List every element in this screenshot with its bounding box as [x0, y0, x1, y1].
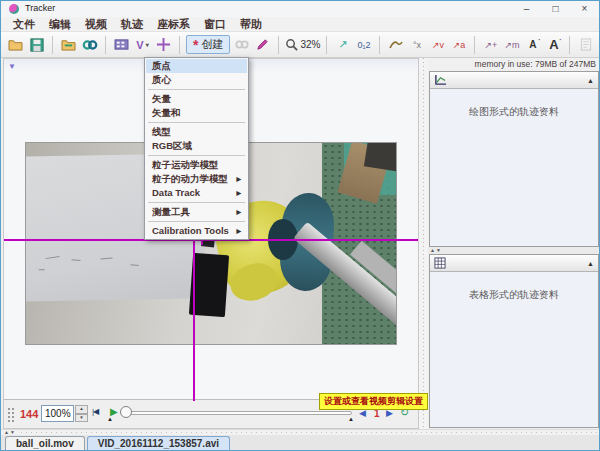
plot-view-header[interactable]: ▲	[430, 72, 598, 89]
table-grid-icon	[434, 257, 446, 269]
submenu-arrow-icon: ▶	[236, 224, 241, 238]
table-view-header[interactable]: ▲	[430, 255, 598, 272]
spin-down-icon[interactable]: ▼	[75, 414, 88, 423]
plot-chart-icon	[434, 74, 447, 86]
vertical-splitter[interactable]	[419, 58, 428, 429]
clip-in-marker[interactable]: ▲	[107, 416, 113, 422]
magnifier-icon	[285, 38, 298, 51]
submenu-arrow-icon: ▶	[236, 205, 241, 219]
memory-status: memory in use: 79MB of 247MB	[428, 58, 600, 71]
submenu-arrow-icon: ▶	[236, 186, 241, 200]
chevron-down-icon: ▾	[146, 41, 149, 48]
step-numbers-icon[interactable]: 0₁2	[354, 35, 373, 54]
tracker-window: Tracker – □ × 文件 编辑 视频 轨迹 座标系 窗口 帮助 V▾	[0, 0, 600, 451]
menu-item-measuring-tools[interactable]: 测量工具▶	[146, 205, 247, 219]
menu-item-point-mass[interactable]: 质点	[146, 59, 247, 73]
create-menu: 质点 质心 矢量 矢量和 线型 RGB区域 粒子运动学模型 粒子的动力学模型▶ …	[144, 57, 249, 240]
menu-file[interactable]: 文件	[6, 17, 42, 32]
rate-spinner[interactable]: ▲ ▼	[75, 405, 88, 422]
track-control-icon	[232, 35, 251, 54]
axes-icon[interactable]	[154, 35, 173, 54]
window-title: Tracker	[25, 3, 55, 13]
menu-tracks[interactable]: 轨迹	[114, 17, 150, 32]
track-control-toggle-icon[interactable]: ▼	[8, 62, 16, 71]
open-library-icon[interactable]	[59, 35, 78, 54]
velocities-icon[interactable]: ↗v	[428, 35, 447, 54]
clip-out-marker[interactable]: ▲	[348, 416, 354, 422]
tab-bar: ball_oil.mov VID_20161112_153857.avi	[1, 435, 599, 451]
zoom-value: 32%	[300, 39, 320, 50]
drawings-icon[interactable]	[253, 35, 272, 54]
accelerations-icon[interactable]: ↗a	[449, 35, 468, 54]
frame-slider-thumb[interactable]	[120, 406, 132, 418]
menu-coords[interactable]: 座标系	[150, 17, 197, 32]
play-rate-input[interactable]: 100%	[41, 405, 74, 422]
tab-ball-oil[interactable]: ball_oil.mov	[5, 436, 85, 451]
clip-settings-tooltip: 设置或查看视频剪辑设置	[319, 393, 428, 410]
font-increase-button[interactable]: A·	[544, 35, 563, 54]
menu-item-data-track[interactable]: Data Track▶	[146, 186, 247, 200]
vectors-icon[interactable]: ↗+	[481, 35, 500, 54]
save-icon[interactable]	[27, 35, 46, 54]
menu-item-vector-sum[interactable]: 矢量和	[146, 106, 247, 120]
right-panel-splitter[interactable]: ▲▼	[428, 247, 600, 254]
font-decrease-button[interactable]: A·	[523, 35, 542, 54]
menu-window[interactable]: 窗口	[197, 17, 233, 32]
menu-video[interactable]: 视频	[78, 17, 114, 32]
menu-item-kinematic-model[interactable]: 粒子运动学模型	[146, 158, 247, 172]
trace-icon[interactable]	[386, 35, 405, 54]
reset-button[interactable]: |◀	[92, 407, 98, 416]
trails-icon[interactable]: ↗	[333, 35, 352, 54]
minimize-button[interactable]: –	[512, 1, 541, 17]
open-file-icon[interactable]	[6, 35, 25, 54]
menu-item-dynamic-model[interactable]: 粒子的动力学模型▶	[146, 172, 247, 186]
plot-view-pane: ▲ 绘图形式的轨迹资料	[429, 71, 599, 247]
menu-help[interactable]: 帮助	[233, 17, 269, 32]
menu-bar: 文件 编辑 视频 轨迹 座标系 窗口 帮助	[1, 17, 599, 32]
paste-data-icon[interactable]	[80, 35, 99, 54]
collapse-table-icon[interactable]: ▲	[587, 260, 594, 267]
frame-slider-track[interactable]	[126, 411, 352, 415]
notes-button	[576, 35, 595, 54]
table-view-placeholder: 表格形式的轨迹资料	[430, 272, 598, 302]
zoom-button[interactable]: 32%	[285, 38, 320, 51]
momenta-icon[interactable]: ↗m	[502, 35, 521, 54]
menu-edit[interactable]: 编辑	[42, 17, 78, 32]
metal-bracket-shape	[364, 142, 397, 172]
toolbar: V▾ * 创建 32% ↗ 0₁2 °x ↗v ↗a ↗+ ↗m	[1, 32, 599, 58]
title-bar[interactable]: Tracker – □ ×	[1, 1, 599, 17]
frame-count-label: 144	[20, 408, 38, 420]
menu-item-line-profile[interactable]: 线型	[146, 125, 247, 139]
spin-up-icon[interactable]: ▲	[75, 405, 88, 414]
calibration-tools-icon[interactable]: V▾	[133, 35, 152, 54]
collapse-plot-icon[interactable]: ▲	[587, 77, 594, 84]
create-button[interactable]: * 创建	[186, 35, 230, 54]
tracker-app-icon	[9, 4, 19, 14]
submenu-arrow-icon: ▶	[236, 172, 241, 186]
tab-vid-20161112[interactable]: VID_20161112_153857.avi	[87, 436, 230, 451]
menu-item-vector[interactable]: 矢量	[146, 92, 247, 106]
maximize-button[interactable]: □	[541, 1, 570, 17]
plot-view-placeholder: 绘图形式的轨迹资料	[430, 89, 598, 119]
right-panel: memory in use: 79MB of 247MB ▲ 绘图形式的轨迹资料…	[428, 58, 600, 429]
clip-settings-icon[interactable]	[112, 35, 131, 54]
menu-item-center-of-mass[interactable]: 质心	[146, 73, 247, 87]
create-star-icon: *	[193, 40, 198, 50]
menu-item-calibration-tools[interactable]: Calibration Tools▶	[146, 224, 247, 238]
positions-icon[interactable]: °x	[407, 35, 426, 54]
player-grip-handle[interactable]	[7, 407, 16, 422]
table-view-pane: ▲ 表格形式的轨迹资料	[429, 254, 599, 428]
close-button[interactable]: ×	[570, 1, 599, 17]
menu-item-rgb-region[interactable]: RGB区域	[146, 139, 247, 153]
